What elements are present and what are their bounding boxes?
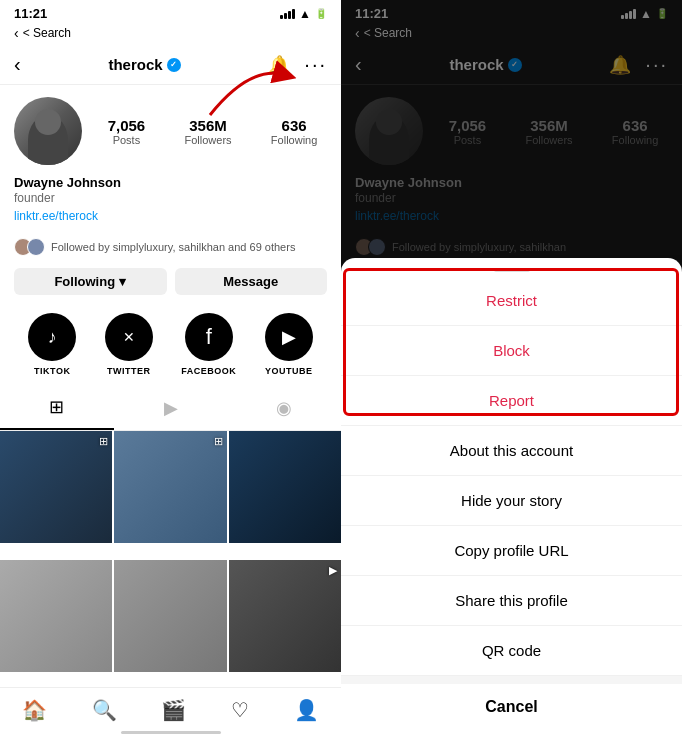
following-count-left: 636 [271, 117, 317, 134]
photo-grid-left: ⊞ ⊞ ▶ [0, 431, 341, 687]
verified-badge-left: ✓ [167, 58, 181, 72]
tiktok-label-left: TIKTOK [34, 366, 70, 376]
twitter-label-left: TWITTER [107, 366, 151, 376]
message-button-left[interactable]: Message [175, 268, 328, 295]
bell-icon-left[interactable]: 🔔 [268, 54, 290, 76]
chevron-down-icon-left: ▾ [119, 274, 126, 289]
tab-grid-left[interactable]: ⊞ [0, 386, 114, 430]
tab-tagged-left[interactable]: ◉ [227, 386, 341, 430]
followed-by-text-left: Followed by simplyluxury, sahilkhan and … [51, 241, 295, 253]
left-panel: 11:21 ▲ 🔋 ‹ < Search ‹ therock ✓ 🔔 ··· [0, 0, 341, 738]
grid-item-2[interactable]: ⊞ [114, 431, 226, 543]
qr-code-item[interactable]: QR code [341, 626, 682, 676]
grid-item-1[interactable]: ⊞ [0, 431, 112, 543]
tiktok-item-left[interactable]: ♪ TIKTOK [28, 313, 76, 376]
grid-overlay-6: ▶ [329, 564, 337, 577]
time-left: 11:21 [14, 6, 47, 21]
profile-top-left: 7,056 Posts 356M Followers 636 Following [14, 97, 327, 165]
restrict-item[interactable]: Restrict [341, 276, 682, 326]
facebook-icon-left: f [185, 313, 233, 361]
youtube-item-left[interactable]: ▶ YOUTUBE [265, 313, 313, 376]
back-arrow-left[interactable]: ‹ [14, 25, 19, 41]
profile-link-left[interactable]: linktr.ee/therock [14, 209, 98, 223]
search-nav-left[interactable]: 🔍 [92, 698, 117, 722]
status-icons-left: ▲ 🔋 [280, 7, 327, 21]
grid-item-3[interactable] [229, 431, 341, 543]
search-label-left[interactable]: < Search [23, 26, 71, 40]
following-label-left: Following [271, 134, 317, 146]
social-row-left: ♪ TIKTOK ✕ TWITTER f FACEBOOK ▶ YOUTUBE [0, 303, 341, 386]
tabs-row-left: ⊞ ▶ ◉ [0, 386, 341, 431]
profile-username-left: therock ✓ [108, 56, 180, 73]
home-indicator-left [121, 731, 221, 734]
following-stat-left: 636 Following [271, 117, 317, 146]
cancel-button[interactable]: Cancel [341, 676, 682, 730]
reels-nav-left[interactable]: 🎬 [161, 698, 186, 722]
grid-overlay-2: ⊞ [214, 435, 223, 448]
followers-count-left: 356M [184, 117, 231, 134]
twitter-item-left[interactable]: ✕ TWITTER [105, 313, 153, 376]
sheet-handle [494, 268, 530, 272]
grid-overlay-1: ⊞ [99, 435, 108, 448]
profile-section-left: 7,056 Posts 356M Followers 636 Following… [0, 85, 341, 232]
following-button-left[interactable]: Following ▾ [14, 268, 167, 295]
youtube-label-left: YOUTUBE [265, 366, 313, 376]
likes-nav-left[interactable]: ♡ [231, 698, 249, 722]
action-buttons-left: Following ▾ Message [0, 262, 341, 303]
facebook-label-left: FACEBOOK [181, 366, 236, 376]
navbar-left: ‹ therock ✓ 🔔 ··· [0, 45, 341, 85]
username-text-left: therock [108, 56, 162, 73]
back-button-left[interactable]: ‹ [14, 53, 21, 76]
profile-name-left: Dwayne Johnson [14, 175, 327, 190]
bottom-sheet: Restrict Block Report About this account… [341, 258, 682, 738]
right-panel: 11:21 ▲ 🔋 ‹ < Search ‹ therock ✓ 🔔 ··· [341, 0, 682, 738]
grid-item-6[interactable]: ▶ [229, 560, 341, 672]
followers-stat-left: 356M Followers [184, 117, 231, 146]
grid-item-5[interactable] [114, 560, 226, 672]
more-options-icon-left[interactable]: ··· [304, 53, 327, 76]
report-item[interactable]: Report [341, 376, 682, 426]
grid-item-4[interactable] [0, 560, 112, 672]
tab-reels-left[interactable]: ▶ [114, 386, 228, 430]
profile-bio-left: founder [14, 191, 327, 205]
youtube-icon-left: ▶ [265, 313, 313, 361]
posts-label-left: Posts [108, 134, 146, 146]
search-row-left[interactable]: ‹ < Search [0, 23, 341, 45]
home-nav-left[interactable]: 🏠 [22, 698, 47, 722]
share-profile-item[interactable]: Share this profile [341, 576, 682, 626]
hide-story-item[interactable]: Hide your story [341, 476, 682, 526]
posts-count-left: 7,056 [108, 117, 146, 134]
status-bar-left: 11:21 ▲ 🔋 [0, 0, 341, 23]
avatar-left [14, 97, 82, 165]
stats-row-left: 7,056 Posts 356M Followers 636 Following [98, 117, 327, 146]
posts-stat-left: 7,056 Posts [108, 117, 146, 146]
followed-by-left: Followed by simplyluxury, sahilkhan and … [0, 232, 341, 262]
profile-nav-left[interactable]: 👤 [294, 698, 319, 722]
copy-url-item[interactable]: Copy profile URL [341, 526, 682, 576]
signal-icon [280, 9, 295, 19]
twitter-icon-left: ✕ [105, 313, 153, 361]
followed-avatars-left [14, 238, 45, 256]
wifi-icon: ▲ [299, 7, 311, 21]
nav-icons-left: 🔔 ··· [268, 53, 327, 76]
about-account-item[interactable]: About this account [341, 426, 682, 476]
facebook-item-left[interactable]: f FACEBOOK [181, 313, 236, 376]
battery-icon: 🔋 [315, 8, 327, 19]
followers-label-left: Followers [184, 134, 231, 146]
block-item[interactable]: Block [341, 326, 682, 376]
tiktok-icon-left: ♪ [28, 313, 76, 361]
